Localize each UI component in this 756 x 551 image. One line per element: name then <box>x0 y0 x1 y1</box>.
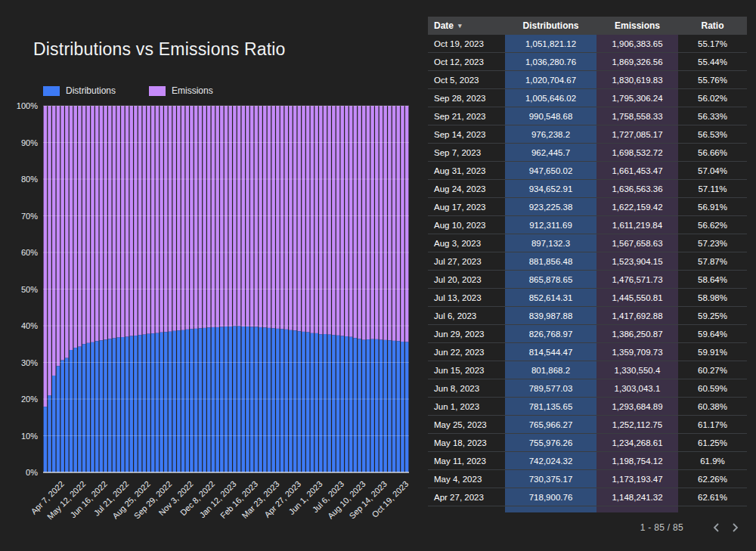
emissions-bar[interactable] <box>104 106 107 339</box>
emissions-bar[interactable] <box>134 106 138 336</box>
emissions-bar[interactable] <box>263 106 267 327</box>
table-row[interactable]: Sep 21, 2023990,548.681,758,558.3356.33% <box>428 107 747 125</box>
distributions-bar[interactable] <box>65 358 69 472</box>
table-row[interactable]: Aug 31, 2023947,650.021,661,453.4757.04% <box>428 162 747 180</box>
distributions-bar[interactable] <box>324 334 327 472</box>
emissions-bar[interactable] <box>151 106 155 333</box>
distributions-bar[interactable] <box>113 338 116 472</box>
emissions-bar[interactable] <box>311 106 314 333</box>
distributions-bar[interactable] <box>370 339 374 472</box>
emissions-bar[interactable] <box>289 106 293 330</box>
table-row[interactable]: Jul 20, 2023865,878.651,476,571.7358.64% <box>428 271 747 289</box>
table-row[interactable]: Jun 1, 2023781,135.651,293,684.8960.38% <box>428 398 747 416</box>
distributions-bar[interactable] <box>259 327 262 472</box>
emissions-bar[interactable] <box>298 106 302 331</box>
distributions-bar[interactable] <box>151 333 155 472</box>
emissions-bar[interactable] <box>293 106 297 330</box>
distributions-bar[interactable] <box>405 342 409 472</box>
distributions-bar[interactable] <box>100 340 104 472</box>
emissions-bar[interactable] <box>87 106 91 343</box>
emissions-bar[interactable] <box>52 106 56 376</box>
distributions-bar[interactable] <box>73 348 77 472</box>
emissions-bar[interactable] <box>302 106 305 332</box>
chevron-right-icon[interactable] <box>726 519 745 536</box>
emissions-bar[interactable] <box>108 106 112 339</box>
stacked-bar-chart[interactable]: 0%10%20%30%40%50%60%70%80%90%100%Apr 7, … <box>0 0 423 551</box>
table-row[interactable]: Oct 12, 20231,036,280.761,869,326.5655.4… <box>428 53 747 71</box>
table-row[interactable]: Sep 14, 2023976,238.21,727,085.1756.53% <box>428 125 747 144</box>
distributions-bar[interactable] <box>349 337 353 472</box>
distributions-bar[interactable] <box>354 338 358 472</box>
distributions-bar[interactable] <box>104 339 107 472</box>
emissions-bar[interactable] <box>259 106 262 327</box>
emissions-bar[interactable] <box>271 106 275 328</box>
table-row[interactable]: Jun 22, 2023814,544.471,359,709.7359.91% <box>428 343 747 361</box>
emissions-bar[interactable] <box>203 106 206 328</box>
distributions-bar[interactable] <box>383 340 387 472</box>
emissions-bar[interactable] <box>186 106 190 330</box>
table-row[interactable]: Jun 15, 2023801,868.21,330,550.460.27% <box>428 361 747 379</box>
distributions-bar[interactable] <box>91 342 94 472</box>
emissions-bar[interactable] <box>147 106 150 334</box>
table-row[interactable]: Jun 8, 2023789,577.031,303,043.160.59% <box>428 379 747 398</box>
emissions-bar[interactable] <box>332 106 336 335</box>
distributions-bar[interactable] <box>327 335 331 472</box>
emissions-bar[interactable] <box>358 106 361 339</box>
distributions-bar[interactable] <box>199 328 203 472</box>
emissions-bar[interactable] <box>280 106 284 329</box>
distributions-bar[interactable] <box>401 342 404 472</box>
distributions-bar[interactable] <box>57 366 60 472</box>
table-row[interactable]: Aug 17, 2023923,225.381,622,159.4256.91% <box>428 198 747 216</box>
emissions-bar[interactable] <box>125 106 129 337</box>
sort-desc-icon[interactable]: ▾ <box>458 22 462 29</box>
emissions-bar[interactable] <box>116 106 120 338</box>
emissions-bar[interactable] <box>207 106 211 327</box>
emissions-bar[interactable] <box>95 106 98 341</box>
distributions-bar[interactable] <box>255 327 259 472</box>
distributions-bar[interactable] <box>220 327 224 472</box>
distributions-bar[interactable] <box>125 337 129 472</box>
emissions-bar[interactable] <box>190 106 194 329</box>
emissions-bar[interactable] <box>405 106 409 342</box>
distributions-bar[interactable] <box>319 334 323 472</box>
column-header-emissions[interactable]: Emissions <box>596 20 678 31</box>
emissions-bar[interactable] <box>169 106 172 332</box>
table-row[interactable]: Aug 3, 2023897,132.31,567,658.6357.23% <box>428 234 747 252</box>
emissions-bar[interactable] <box>284 106 288 330</box>
table-row[interactable]: Oct 19, 20231,051,821.121,906,383.6555.1… <box>428 35 747 53</box>
distributions-bar[interactable] <box>345 336 349 472</box>
emissions-bar[interactable] <box>349 106 353 337</box>
table-row[interactable]: Jun 29, 2023826,768.971,386,250.8759.64% <box>428 325 747 343</box>
emissions-bar[interactable] <box>220 106 224 327</box>
emissions-bar[interactable] <box>314 106 318 333</box>
emissions-bar[interactable] <box>143 106 147 335</box>
emissions-bar[interactable] <box>306 106 310 333</box>
distributions-bar[interactable] <box>332 335 336 472</box>
emissions-bar[interactable] <box>91 106 94 342</box>
distributions-bar[interactable] <box>392 341 396 472</box>
table-row[interactable]: Apr 27, 2023718,900.761,148,241.3262.61% <box>428 488 747 506</box>
distributions-bar[interactable] <box>60 361 64 472</box>
distributions-bar[interactable] <box>250 327 254 472</box>
distributions-bar[interactable] <box>306 333 310 472</box>
distributions-bar[interactable] <box>156 333 160 472</box>
distributions-bar[interactable] <box>367 339 370 472</box>
distributions-bar[interactable] <box>362 340 366 472</box>
emissions-bar[interactable] <box>375 106 379 339</box>
distributions-bar[interactable] <box>48 395 51 472</box>
emissions-bar[interactable] <box>401 106 404 342</box>
emissions-bar[interactable] <box>57 106 60 366</box>
emissions-bar[interactable] <box>164 106 168 332</box>
distributions-bar[interactable] <box>215 327 219 472</box>
distributions-bar[interactable] <box>190 329 194 472</box>
emissions-bar[interactable] <box>48 106 51 395</box>
emissions-bar[interactable] <box>383 106 387 340</box>
emissions-bar[interactable] <box>156 106 160 333</box>
emissions-bar[interactable] <box>44 106 48 407</box>
distributions-bar[interactable] <box>268 328 271 472</box>
emissions-bar[interactable] <box>340 106 344 336</box>
emissions-bar[interactable] <box>392 106 396 341</box>
distributions-bar[interactable] <box>177 330 181 472</box>
distributions-bar[interactable] <box>82 344 86 472</box>
distributions-bar[interactable] <box>186 330 190 472</box>
